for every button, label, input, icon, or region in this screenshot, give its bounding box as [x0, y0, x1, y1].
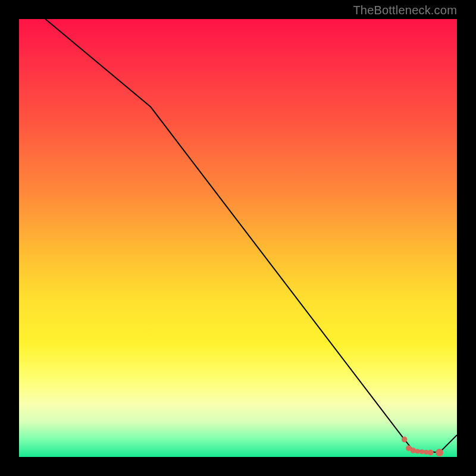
marker-dot — [428, 450, 434, 456]
marker-dot — [436, 449, 443, 456]
chart-markers — [402, 437, 443, 456]
marker-dot — [402, 437, 408, 443]
chart-plot-area — [19, 19, 457, 457]
marker-dot — [415, 449, 420, 453]
chart-curve — [45, 19, 457, 453]
marker-dot — [419, 449, 424, 454]
attribution-label: TheBottleneck.com — [353, 4, 457, 17]
chart-frame: TheBottleneck.com — [0, 0, 476, 476]
marker-dot — [411, 447, 416, 453]
chart-overlay — [19, 19, 457, 457]
